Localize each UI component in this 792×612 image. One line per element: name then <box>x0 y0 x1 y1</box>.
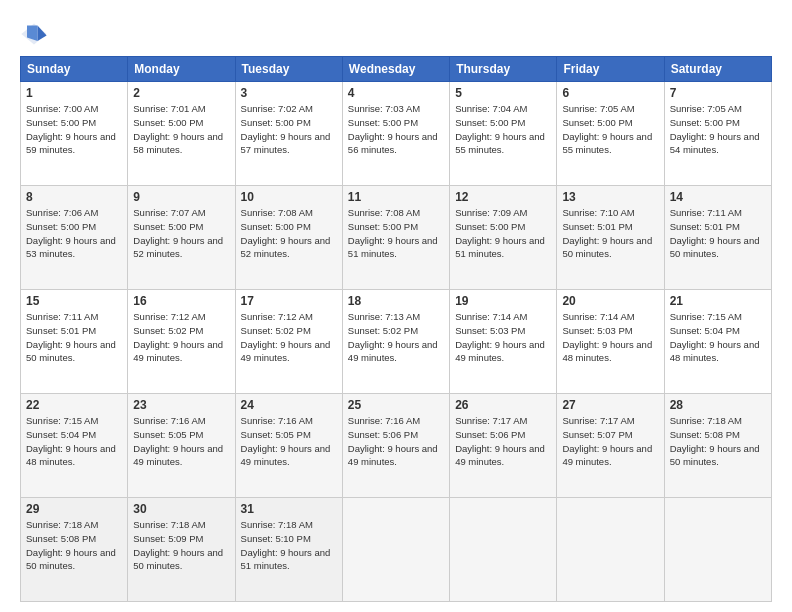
day-info: Sunrise: 7:04 AM Sunset: 5:00 PM Dayligh… <box>455 102 551 157</box>
calendar-cell: 20 Sunrise: 7:14 AM Sunset: 5:03 PM Dayl… <box>557 290 664 394</box>
day-info: Sunrise: 7:10 AM Sunset: 5:01 PM Dayligh… <box>562 206 658 261</box>
day-number: 31 <box>241 502 337 516</box>
calendar-cell: 17 Sunrise: 7:12 AM Sunset: 5:02 PM Dayl… <box>235 290 342 394</box>
calendar-cell: 27 Sunrise: 7:17 AM Sunset: 5:07 PM Dayl… <box>557 394 664 498</box>
day-header-sunday: Sunday <box>21 57 128 82</box>
calendar-cell: 6 Sunrise: 7:05 AM Sunset: 5:00 PM Dayli… <box>557 82 664 186</box>
day-info: Sunrise: 7:16 AM Sunset: 5:06 PM Dayligh… <box>348 414 444 469</box>
calendar-cell <box>342 498 449 602</box>
day-number: 1 <box>26 86 122 100</box>
header <box>20 15 772 48</box>
calendar-cell: 7 Sunrise: 7:05 AM Sunset: 5:00 PM Dayli… <box>664 82 771 186</box>
day-info: Sunrise: 7:08 AM Sunset: 5:00 PM Dayligh… <box>348 206 444 261</box>
calendar-cell: 30 Sunrise: 7:18 AM Sunset: 5:09 PM Dayl… <box>128 498 235 602</box>
day-info: Sunrise: 7:03 AM Sunset: 5:00 PM Dayligh… <box>348 102 444 157</box>
day-header-monday: Monday <box>128 57 235 82</box>
day-number: 14 <box>670 190 766 204</box>
day-number: 5 <box>455 86 551 100</box>
calendar-cell: 16 Sunrise: 7:12 AM Sunset: 5:02 PM Dayl… <box>128 290 235 394</box>
day-number: 13 <box>562 190 658 204</box>
calendar-cell: 26 Sunrise: 7:17 AM Sunset: 5:06 PM Dayl… <box>450 394 557 498</box>
calendar-cell: 21 Sunrise: 7:15 AM Sunset: 5:04 PM Dayl… <box>664 290 771 394</box>
day-number: 3 <box>241 86 337 100</box>
day-info: Sunrise: 7:08 AM Sunset: 5:00 PM Dayligh… <box>241 206 337 261</box>
day-number: 9 <box>133 190 229 204</box>
calendar-cell: 28 Sunrise: 7:18 AM Sunset: 5:08 PM Dayl… <box>664 394 771 498</box>
day-number: 11 <box>348 190 444 204</box>
calendar-cell <box>557 498 664 602</box>
day-number: 16 <box>133 294 229 308</box>
logo <box>20 20 51 48</box>
calendar-week-3: 15 Sunrise: 7:11 AM Sunset: 5:01 PM Dayl… <box>21 290 772 394</box>
calendar-cell: 9 Sunrise: 7:07 AM Sunset: 5:00 PM Dayli… <box>128 186 235 290</box>
day-info: Sunrise: 7:18 AM Sunset: 5:09 PM Dayligh… <box>133 518 229 573</box>
day-number: 22 <box>26 398 122 412</box>
day-info: Sunrise: 7:01 AM Sunset: 5:00 PM Dayligh… <box>133 102 229 157</box>
day-number: 6 <box>562 86 658 100</box>
calendar-cell: 23 Sunrise: 7:16 AM Sunset: 5:05 PM Dayl… <box>128 394 235 498</box>
calendar-cell: 31 Sunrise: 7:18 AM Sunset: 5:10 PM Dayl… <box>235 498 342 602</box>
day-info: Sunrise: 7:11 AM Sunset: 5:01 PM Dayligh… <box>670 206 766 261</box>
calendar-cell: 4 Sunrise: 7:03 AM Sunset: 5:00 PM Dayli… <box>342 82 449 186</box>
calendar-cell: 24 Sunrise: 7:16 AM Sunset: 5:05 PM Dayl… <box>235 394 342 498</box>
calendar-cell: 11 Sunrise: 7:08 AM Sunset: 5:00 PM Dayl… <box>342 186 449 290</box>
day-number: 29 <box>26 502 122 516</box>
day-number: 12 <box>455 190 551 204</box>
day-number: 2 <box>133 86 229 100</box>
calendar-cell: 1 Sunrise: 7:00 AM Sunset: 5:00 PM Dayli… <box>21 82 128 186</box>
day-info: Sunrise: 7:11 AM Sunset: 5:01 PM Dayligh… <box>26 310 122 365</box>
day-number: 23 <box>133 398 229 412</box>
header-row: SundayMondayTuesdayWednesdayThursdayFrid… <box>21 57 772 82</box>
calendar-cell: 12 Sunrise: 7:09 AM Sunset: 5:00 PM Dayl… <box>450 186 557 290</box>
calendar-cell: 2 Sunrise: 7:01 AM Sunset: 5:00 PM Dayli… <box>128 82 235 186</box>
day-info: Sunrise: 7:16 AM Sunset: 5:05 PM Dayligh… <box>133 414 229 469</box>
calendar-cell: 5 Sunrise: 7:04 AM Sunset: 5:00 PM Dayli… <box>450 82 557 186</box>
calendar-week-5: 29 Sunrise: 7:18 AM Sunset: 5:08 PM Dayl… <box>21 498 772 602</box>
calendar-cell: 8 Sunrise: 7:06 AM Sunset: 5:00 PM Dayli… <box>21 186 128 290</box>
day-number: 7 <box>670 86 766 100</box>
calendar-cell: 25 Sunrise: 7:16 AM Sunset: 5:06 PM Dayl… <box>342 394 449 498</box>
logo-icon <box>20 20 48 48</box>
day-info: Sunrise: 7:05 AM Sunset: 5:00 PM Dayligh… <box>562 102 658 157</box>
calendar-week-4: 22 Sunrise: 7:15 AM Sunset: 5:04 PM Dayl… <box>21 394 772 498</box>
day-info: Sunrise: 7:13 AM Sunset: 5:02 PM Dayligh… <box>348 310 444 365</box>
calendar-cell: 19 Sunrise: 7:14 AM Sunset: 5:03 PM Dayl… <box>450 290 557 394</box>
calendar-cell: 10 Sunrise: 7:08 AM Sunset: 5:00 PM Dayl… <box>235 186 342 290</box>
day-info: Sunrise: 7:12 AM Sunset: 5:02 PM Dayligh… <box>133 310 229 365</box>
day-number: 15 <box>26 294 122 308</box>
day-info: Sunrise: 7:18 AM Sunset: 5:08 PM Dayligh… <box>26 518 122 573</box>
calendar-cell <box>450 498 557 602</box>
calendar-week-2: 8 Sunrise: 7:06 AM Sunset: 5:00 PM Dayli… <box>21 186 772 290</box>
calendar-cell: 22 Sunrise: 7:15 AM Sunset: 5:04 PM Dayl… <box>21 394 128 498</box>
day-info: Sunrise: 7:18 AM Sunset: 5:10 PM Dayligh… <box>241 518 337 573</box>
calendar-cell <box>664 498 771 602</box>
day-number: 30 <box>133 502 229 516</box>
calendar-table: SundayMondayTuesdayWednesdayThursdayFrid… <box>20 56 772 602</box>
day-info: Sunrise: 7:06 AM Sunset: 5:00 PM Dayligh… <box>26 206 122 261</box>
day-header-thursday: Thursday <box>450 57 557 82</box>
day-info: Sunrise: 7:14 AM Sunset: 5:03 PM Dayligh… <box>562 310 658 365</box>
day-number: 25 <box>348 398 444 412</box>
day-number: 20 <box>562 294 658 308</box>
day-info: Sunrise: 7:15 AM Sunset: 5:04 PM Dayligh… <box>670 310 766 365</box>
day-number: 19 <box>455 294 551 308</box>
day-header-tuesday: Tuesday <box>235 57 342 82</box>
day-info: Sunrise: 7:17 AM Sunset: 5:07 PM Dayligh… <box>562 414 658 469</box>
calendar-cell: 13 Sunrise: 7:10 AM Sunset: 5:01 PM Dayl… <box>557 186 664 290</box>
day-number: 26 <box>455 398 551 412</box>
day-number: 24 <box>241 398 337 412</box>
calendar-cell: 14 Sunrise: 7:11 AM Sunset: 5:01 PM Dayl… <box>664 186 771 290</box>
day-info: Sunrise: 7:12 AM Sunset: 5:02 PM Dayligh… <box>241 310 337 365</box>
day-number: 8 <box>26 190 122 204</box>
day-info: Sunrise: 7:17 AM Sunset: 5:06 PM Dayligh… <box>455 414 551 469</box>
page: SundayMondayTuesdayWednesdayThursdayFrid… <box>0 0 792 612</box>
calendar-cell: 18 Sunrise: 7:13 AM Sunset: 5:02 PM Dayl… <box>342 290 449 394</box>
calendar-cell: 29 Sunrise: 7:18 AM Sunset: 5:08 PM Dayl… <box>21 498 128 602</box>
calendar-cell: 15 Sunrise: 7:11 AM Sunset: 5:01 PM Dayl… <box>21 290 128 394</box>
calendar-cell: 3 Sunrise: 7:02 AM Sunset: 5:00 PM Dayli… <box>235 82 342 186</box>
day-info: Sunrise: 7:18 AM Sunset: 5:08 PM Dayligh… <box>670 414 766 469</box>
day-number: 27 <box>562 398 658 412</box>
day-number: 10 <box>241 190 337 204</box>
day-header-wednesday: Wednesday <box>342 57 449 82</box>
day-number: 28 <box>670 398 766 412</box>
